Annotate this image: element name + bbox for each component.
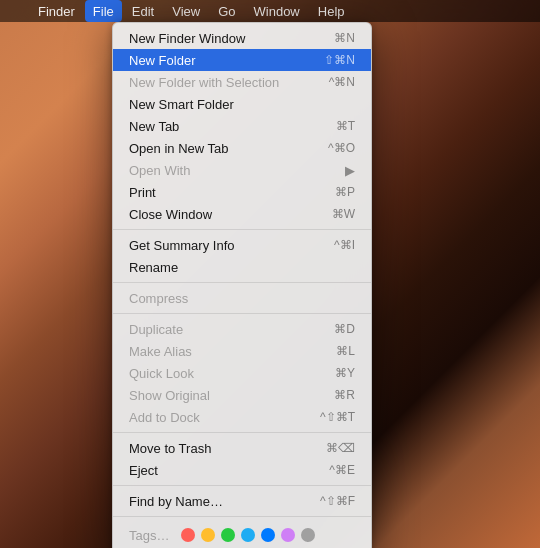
open-new-tab-label: Open in New Tab — [129, 141, 320, 156]
close-window-item[interactable]: Close Window ⌘W — [113, 203, 371, 225]
tag-green[interactable] — [221, 528, 235, 542]
help-menu[interactable]: Help — [310, 0, 353, 22]
apple-menu[interactable] — [8, 0, 28, 22]
new-finder-window-label: New Finder Window — [129, 31, 326, 46]
print-shortcut: ⌘P — [335, 185, 355, 199]
rename-item[interactable]: Rename — [113, 256, 371, 278]
print-label: Print — [129, 185, 327, 200]
open-new-tab-item[interactable]: Open in New Tab ^⌘O — [113, 137, 371, 159]
compress-item: Compress — [113, 287, 371, 309]
find-by-name-item[interactable]: Find by Name… ^⇧⌘F — [113, 490, 371, 512]
open-new-tab-shortcut: ^⌘O — [328, 141, 355, 155]
tag-purple[interactable] — [281, 528, 295, 542]
open-with-arrow: ▶ — [345, 163, 355, 178]
move-to-trash-item[interactable]: Move to Trash ⌘⌫ — [113, 437, 371, 459]
add-to-dock-label: Add to Dock — [129, 410, 312, 425]
new-finder-window-shortcut: ⌘N — [334, 31, 355, 45]
new-smart-folder-label: New Smart Folder — [129, 97, 355, 112]
quick-look-shortcut: ⌘Y — [335, 366, 355, 380]
make-alias-shortcut: ⌘L — [336, 344, 355, 358]
edit-menu[interactable]: Edit — [124, 0, 162, 22]
tags-label: Tags… — [129, 528, 169, 543]
get-summary-info-label: Get Summary Info — [129, 238, 326, 253]
new-finder-window-item[interactable]: New Finder Window ⌘N — [113, 27, 371, 49]
view-menu[interactable]: View — [164, 0, 208, 22]
new-tab-item[interactable]: New Tab ⌘T — [113, 115, 371, 137]
find-by-name-shortcut: ^⇧⌘F — [320, 494, 355, 508]
get-summary-info-item[interactable]: Get Summary Info ^⌘I — [113, 234, 371, 256]
divider-1 — [113, 229, 371, 230]
move-to-trash-shortcut: ⌘⌫ — [326, 441, 355, 455]
new-folder-label: New Folder — [129, 53, 316, 68]
new-folder-item[interactable]: New Folder ⇧⌘N — [113, 49, 371, 71]
divider-2 — [113, 282, 371, 283]
new-tab-shortcut: ⌘T — [336, 119, 355, 133]
go-menu[interactable]: Go — [210, 0, 243, 22]
duplicate-shortcut: ⌘D — [334, 322, 355, 336]
new-folder-selection-shortcut: ^⌘N — [329, 75, 355, 89]
tag-blue[interactable] — [261, 528, 275, 542]
eject-item[interactable]: Eject ^⌘E — [113, 459, 371, 481]
new-tab-label: New Tab — [129, 119, 328, 134]
new-smart-folder-item[interactable]: New Smart Folder — [113, 93, 371, 115]
add-to-dock-shortcut: ^⇧⌘T — [320, 410, 355, 424]
print-item[interactable]: Print ⌘P — [113, 181, 371, 203]
file-dropdown: New Finder Window ⌘N New Folder ⇧⌘N New … — [112, 22, 372, 548]
show-original-label: Show Original — [129, 388, 326, 403]
eject-shortcut: ^⌘E — [329, 463, 355, 477]
add-to-dock-item: Add to Dock ^⇧⌘T — [113, 406, 371, 428]
tag-lightblue[interactable] — [241, 528, 255, 542]
show-original-item: Show Original ⌘R — [113, 384, 371, 406]
show-original-shortcut: ⌘R — [334, 388, 355, 402]
divider-5 — [113, 485, 371, 486]
quick-look-label: Quick Look — [129, 366, 327, 381]
menu-bar: Finder File Edit View Go Window Help — [0, 0, 540, 22]
tag-red[interactable] — [181, 528, 195, 542]
duplicate-label: Duplicate — [129, 322, 326, 337]
close-window-shortcut: ⌘W — [332, 207, 355, 221]
close-window-label: Close Window — [129, 207, 324, 222]
new-folder-selection-item: New Folder with Selection ^⌘N — [113, 71, 371, 93]
window-menu[interactable]: Window — [246, 0, 308, 22]
tags-row: Tags… — [113, 521, 371, 548]
make-alias-label: Make Alias — [129, 344, 328, 359]
rename-label: Rename — [129, 260, 355, 275]
open-with-item: Open With ▶ — [113, 159, 371, 181]
duplicate-item: Duplicate ⌘D — [113, 318, 371, 340]
make-alias-item: Make Alias ⌘L — [113, 340, 371, 362]
finder-menu[interactable]: Finder — [30, 0, 83, 22]
eject-label: Eject — [129, 463, 321, 478]
file-menu[interactable]: File — [85, 0, 122, 22]
tag-orange[interactable] — [201, 528, 215, 542]
find-by-name-label: Find by Name… — [129, 494, 312, 509]
open-with-label: Open With — [129, 163, 337, 178]
divider-6 — [113, 516, 371, 517]
quick-look-item: Quick Look ⌘Y — [113, 362, 371, 384]
new-folder-selection-label: New Folder with Selection — [129, 75, 321, 90]
new-folder-shortcut: ⇧⌘N — [324, 53, 355, 67]
compress-label: Compress — [129, 291, 355, 306]
get-summary-info-shortcut: ^⌘I — [334, 238, 355, 252]
divider-4 — [113, 432, 371, 433]
tag-gray[interactable] — [301, 528, 315, 542]
move-to-trash-label: Move to Trash — [129, 441, 318, 456]
divider-3 — [113, 313, 371, 314]
